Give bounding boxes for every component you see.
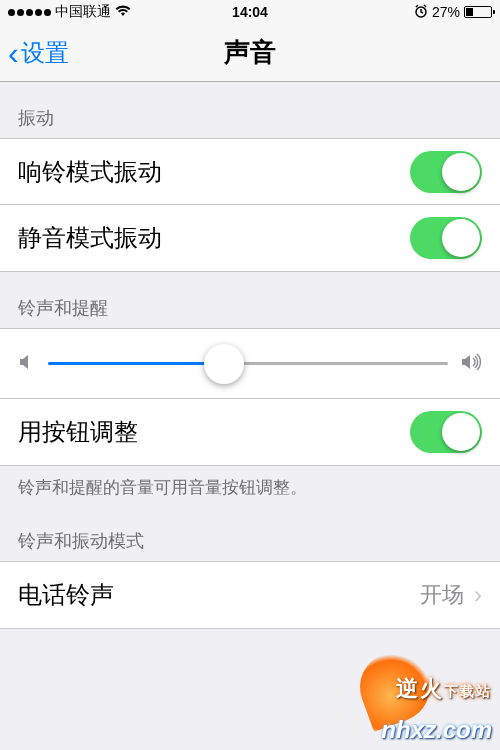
- clock: 14:04: [232, 4, 268, 20]
- watermark-brand: 逆火下载站: [396, 674, 492, 704]
- cell-vibrate-on-silent: 静音模式振动: [0, 205, 500, 271]
- group-ringer: 用按钮调整: [0, 328, 500, 466]
- status-left: 中国联通: [8, 3, 131, 21]
- page-title: 声音: [224, 35, 276, 70]
- nav-bar: ‹ 设置 声音: [0, 24, 500, 82]
- chevron-left-icon: ‹: [8, 37, 19, 69]
- back-label: 设置: [21, 37, 69, 69]
- label-vibrate-on-ring: 响铃模式振动: [18, 156, 162, 188]
- toggle-change-with-buttons[interactable]: [410, 411, 482, 453]
- section-header-vibrate: 振动: [0, 82, 500, 138]
- watermark-url: nhxz.com: [381, 716, 492, 744]
- label-vibrate-on-silent: 静音模式振动: [18, 222, 162, 254]
- section-header-patterns: 铃声和振动模式: [0, 505, 500, 561]
- group-vibrate: 响铃模式振动 静音模式振动: [0, 138, 500, 272]
- cell-vibrate-on-ring: 响铃模式振动: [0, 139, 500, 205]
- battery-pct: 27%: [432, 4, 460, 20]
- value-ringtone: 开场: [420, 580, 464, 610]
- flame-icon: [350, 642, 440, 732]
- alarm-icon: [414, 4, 428, 21]
- section-header-ringer: 铃声和提醒: [0, 272, 500, 328]
- volume-slider[interactable]: [48, 362, 448, 365]
- signal-strength-icon: [8, 9, 51, 16]
- group-patterns: 电话铃声 开场 ›: [0, 561, 500, 629]
- label-change-with-buttons: 用按钮调整: [18, 416, 138, 448]
- cell-volume-slider: [0, 329, 500, 399]
- slider-thumb[interactable]: [204, 344, 244, 384]
- label-ringtone: 电话铃声: [18, 579, 114, 611]
- back-button[interactable]: ‹ 设置: [0, 37, 69, 69]
- toggle-vibrate-on-silent[interactable]: [410, 217, 482, 259]
- speaker-low-icon: [18, 353, 36, 375]
- battery-icon: [464, 6, 492, 18]
- wifi-icon: [115, 4, 131, 20]
- status-bar: 中国联通 14:04 27%: [0, 0, 500, 24]
- speaker-high-icon: [460, 353, 482, 375]
- cell-change-with-buttons: 用按钮调整: [0, 399, 500, 465]
- carrier-label: 中国联通: [55, 3, 111, 21]
- footer-ringer: 铃声和提醒的音量可用音量按钮调整。: [0, 466, 500, 505]
- chevron-right-icon: ›: [474, 581, 482, 609]
- toggle-vibrate-on-ring[interactable]: [410, 151, 482, 193]
- cell-ringtone[interactable]: 电话铃声 开场 ›: [0, 562, 500, 628]
- status-right: 27%: [414, 4, 492, 21]
